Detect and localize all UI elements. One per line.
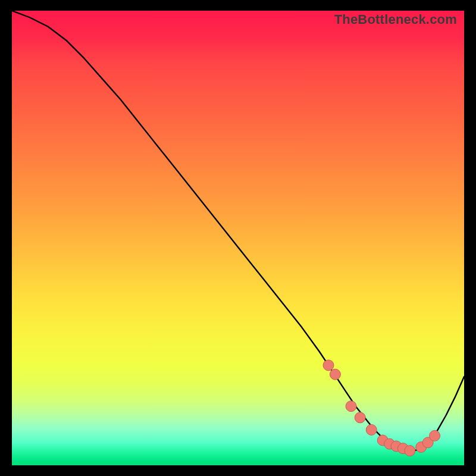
highlight-dot — [330, 369, 340, 380]
highlight-dot — [405, 446, 415, 456]
highlight-dot — [430, 430, 440, 441]
highlight-dot — [366, 424, 377, 435]
curve-svg — [12, 11, 464, 465]
highlight-dots-group — [323, 360, 440, 456]
highlight-dot — [355, 412, 365, 423]
bottleneck-curve-line — [12, 11, 464, 452]
highlight-dot — [346, 401, 356, 412]
frame: TheBottleneck.com — [0, 0, 476, 476]
plot-area: TheBottleneck.com — [12, 11, 464, 465]
highlight-dot — [323, 360, 334, 371]
